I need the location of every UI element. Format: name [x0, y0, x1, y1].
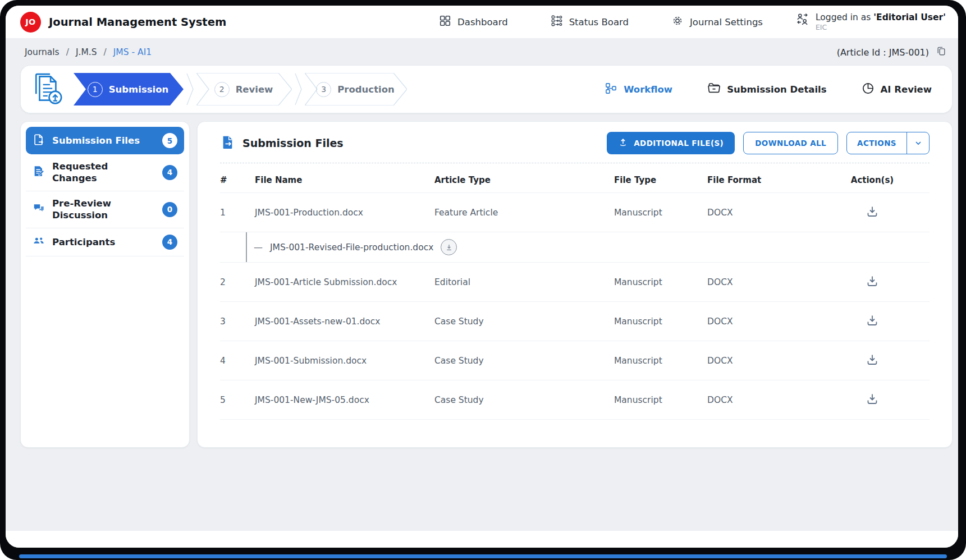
- download-revised-file-button[interactable]: [441, 239, 457, 255]
- cell-article-type: Feature Article: [434, 193, 614, 232]
- step-content: 1 Submission: [86, 73, 170, 105]
- sidebar-item-pre-review-discussion[interactable]: Pre-Review Discussion 0: [26, 191, 184, 228]
- cell-file-type: Manuscript: [614, 302, 707, 341]
- download-all-button[interactable]: DOWNLOAD ALL: [743, 132, 838, 154]
- panel-title: Submission Files: [242, 137, 344, 149]
- cell-file-name: JMS-001-Submission.docx: [255, 341, 434, 380]
- step-number: 2: [214, 82, 230, 97]
- nav-item-journal-settings[interactable]: Journal Settings: [671, 15, 763, 29]
- tab-label: AI Review: [881, 84, 932, 95]
- cell-file-name: JMS-001-New-JMS-05.docx: [255, 380, 434, 420]
- tab-workflow[interactable]: Workflow: [605, 82, 672, 97]
- step-label: Submission: [109, 84, 169, 95]
- table-row: 4 JMS-001-Submission.docx Case Study Man…: [220, 341, 930, 380]
- table-header-row: # File Name Article Type File Type File …: [220, 166, 930, 193]
- breadcrumb-journals[interactable]: Journals: [25, 47, 59, 57]
- chevron-down-icon[interactable]: [907, 132, 929, 154]
- table-row: 3 JMS-001-Assets-new-01.docx Case Study …: [220, 302, 930, 341]
- breadcrumb-row: Journals / J.M.S / JMS - AI1 (Article Id…: [20, 38, 953, 65]
- sidebar-item-participants[interactable]: Participants 4: [26, 228, 184, 256]
- cell-num: 2: [220, 263, 255, 302]
- cell-num: 4: [220, 341, 255, 380]
- step-number: 3: [316, 82, 331, 97]
- workflow-steps: 1 Submission 2 Review: [74, 73, 407, 105]
- cell-file-format: DOCX: [707, 341, 820, 380]
- download-file-button[interactable]: [864, 204, 880, 221]
- sidebar-item-requested-changes[interactable]: Requested Changes 4: [26, 154, 184, 191]
- sidebar-item-label: Submission Files: [52, 135, 140, 146]
- table-row: 5 JMS-001-New-JMS-05.docx Case Study Man…: [220, 380, 930, 420]
- header-buttons: ADDITIONAL FILE(S) DOWNLOAD ALL ACTIONS: [607, 132, 930, 154]
- screenshot-frame: JO Journal Management System Dashboard: [0, 0, 966, 560]
- col-header-file-type: File Type: [614, 166, 707, 193]
- submission-files-table: # File Name Article Type File Type File …: [220, 166, 930, 420]
- step-production[interactable]: 3 Production: [305, 73, 407, 105]
- cell-file-type: Manuscript: [614, 341, 707, 380]
- workflow-tree-icon: [605, 82, 617, 97]
- pie-chart-icon: [862, 82, 875, 97]
- cell-file-name: JMS-001-Production.docx: [255, 193, 434, 232]
- user-name: 'Editorial User': [873, 12, 946, 22]
- cell-file-name: JMS-001-Assets-new-01.docx: [255, 302, 434, 341]
- cell-num: 3: [220, 302, 255, 341]
- nav-item-dashboard[interactable]: Dashboard: [439, 15, 508, 29]
- breadcrumb-separator: /: [104, 47, 107, 57]
- breadcrumb-separator: /: [66, 47, 69, 57]
- nav-item-label: Journal Settings: [690, 17, 763, 27]
- step-number: 1: [88, 82, 103, 97]
- download-file-button[interactable]: [864, 313, 880, 330]
- cell-file-type: Manuscript: [614, 380, 707, 420]
- file-edit-icon: [33, 165, 45, 180]
- copy-icon[interactable]: [936, 45, 947, 59]
- app-logo: JO: [20, 12, 41, 33]
- sidebar-item-submission-files[interactable]: Submission Files 5: [26, 127, 184, 154]
- revised-file-item: — JMS-001-Revised-File-production.docx: [246, 232, 930, 262]
- file-export-blue-icon: [220, 135, 235, 152]
- cell-num: 5: [220, 380, 255, 420]
- download-file-button[interactable]: [864, 352, 880, 369]
- tab-ai-review[interactable]: AI Review: [862, 82, 932, 97]
- nav-item-status-board[interactable]: Status Board: [551, 15, 629, 29]
- cell-article-type: Editorial: [434, 263, 614, 302]
- panel-header: Submission Files ADDITIONAL FILE(S) DOWN…: [220, 132, 930, 163]
- table-row: 2 JMS-001-Article Submission.docx Editor…: [220, 263, 930, 302]
- folder-icon: [707, 81, 721, 97]
- step-divider-chevron: [186, 73, 194, 105]
- count-badge: 0: [162, 202, 177, 217]
- sub-file-name: JMS-001-Revised-File-production.docx: [270, 242, 433, 253]
- step-review[interactable]: 2 Review: [196, 73, 292, 105]
- tab-submission-details[interactable]: Submission Details: [707, 81, 826, 97]
- gear-icon: [671, 15, 684, 29]
- cell-file-type: Manuscript: [614, 263, 707, 302]
- logged-in-as-text: Logged in as 'Editorial User': [816, 12, 946, 23]
- document-upload-icon: [30, 71, 68, 108]
- additional-files-button[interactable]: ADDITIONAL FILE(S): [607, 132, 735, 154]
- button-label: ACTIONS: [847, 139, 907, 148]
- main-nav: Dashboard Status Board: [439, 15, 763, 29]
- download-file-button[interactable]: [864, 391, 880, 408]
- top-navbar: JO Journal Management System Dashboard: [6, 6, 958, 38]
- dashboard-grid-icon: [439, 15, 451, 29]
- count-badge: 4: [162, 165, 177, 180]
- breadcrumb: Journals / J.M.S / JMS - AI1: [25, 47, 152, 57]
- col-header-file-name: File Name: [255, 166, 434, 193]
- tab-label: Workflow: [624, 84, 672, 95]
- upload-icon: [618, 137, 628, 149]
- step-submission[interactable]: 1 Submission: [74, 73, 184, 105]
- nav-item-label: Status Board: [569, 17, 629, 27]
- download-file-button[interactable]: [864, 273, 880, 291]
- count-badge: 4: [162, 235, 177, 250]
- app-window: JO Journal Management System Dashboard: [6, 6, 958, 548]
- col-header-num: #: [220, 166, 255, 193]
- sidebar: Submission Files 5 Requested Changes 4: [20, 121, 190, 448]
- cell-article-type: Case Study: [434, 341, 614, 380]
- cell-article-type: Case Study: [434, 302, 614, 341]
- page-content: Journals / J.M.S / JMS - AI1 (Article Id…: [6, 38, 958, 531]
- user-switch-icon: [795, 12, 809, 29]
- sidebar-item-label: Pre-Review Discussion: [52, 198, 141, 222]
- user-lines: Logged in as 'Editorial User' EIC: [816, 12, 946, 32]
- logged-in-user[interactable]: Logged in as 'Editorial User' EIC: [795, 12, 946, 32]
- breadcrumb-jms[interactable]: J.M.S: [76, 47, 97, 57]
- bottom-accent-bar: [19, 554, 947, 558]
- actions-button[interactable]: ACTIONS: [846, 132, 930, 154]
